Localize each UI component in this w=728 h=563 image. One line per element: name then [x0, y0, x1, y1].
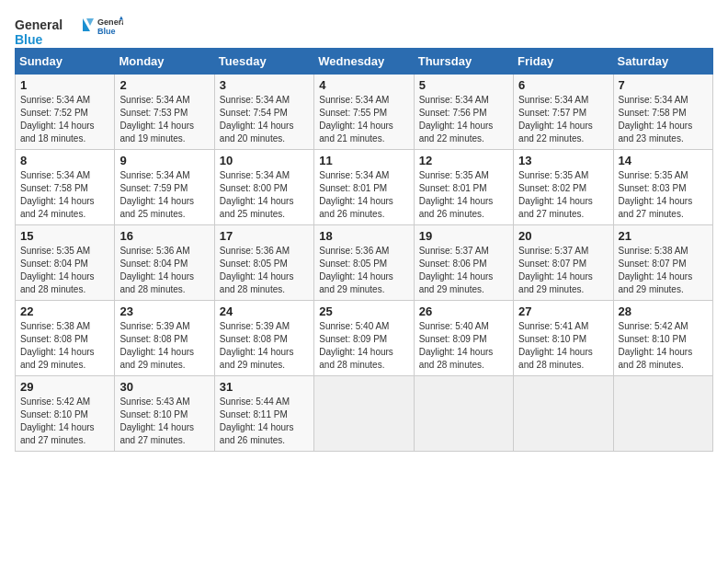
day-info: Sunrise: 5:40 AMSunset: 8:09 PMDaylight:…	[319, 320, 408, 372]
weekday-header-monday: Monday	[115, 49, 214, 75]
calendar-day-cell: 21 Sunrise: 5:38 AMSunset: 8:07 PMDaylig…	[613, 225, 712, 301]
page-header: General Blue	[97, 15, 713, 40]
day-info: Sunrise: 5:34 AMSunset: 7:52 PMDaylight:…	[20, 94, 109, 145]
day-number: 26	[419, 304, 508, 318]
day-info: Sunrise: 5:38 AMSunset: 8:08 PMDaylight:…	[20, 320, 109, 372]
calendar-week-row: 8 Sunrise: 5:34 AMSunset: 7:58 PMDayligh…	[16, 150, 713, 225]
day-info: Sunrise: 5:37 AMSunset: 8:06 PMDaylight:…	[419, 245, 508, 296]
calendar-day-cell: 13 Sunrise: 5:35 AMSunset: 8:02 PMDaylig…	[514, 150, 613, 225]
day-info: Sunrise: 5:34 AMSunset: 7:58 PMDaylight:…	[20, 169, 109, 221]
day-number: 24	[220, 304, 309, 318]
calendar-day-cell: 6 Sunrise: 5:34 AMSunset: 7:57 PMDayligh…	[514, 75, 613, 150]
calendar-day-cell: 15 Sunrise: 5:35 AMSunset: 8:04 PMDaylig…	[16, 225, 115, 301]
day-info: Sunrise: 5:38 AMSunset: 8:07 PMDaylight:…	[619, 245, 708, 296]
day-info: Sunrise: 5:37 AMSunset: 8:07 PMDaylight:…	[518, 245, 608, 296]
day-info: Sunrise: 5:39 AMSunset: 8:08 PMDaylight:…	[119, 320, 209, 372]
calendar-day-cell: 14 Sunrise: 5:35 AMSunset: 8:03 PMDaylig…	[613, 150, 712, 225]
day-number: 22	[20, 304, 109, 318]
day-number: 7	[619, 78, 708, 92]
day-info: Sunrise: 5:41 AMSunset: 8:10 PMDaylight:…	[518, 320, 608, 372]
day-number: 3	[220, 78, 309, 92]
calendar-day-cell: 29 Sunrise: 5:42 AMSunset: 8:10 PMDaylig…	[16, 376, 115, 452]
day-info: Sunrise: 5:35 AMSunset: 8:01 PMDaylight:…	[419, 169, 508, 221]
weekday-header-friday: Friday	[514, 49, 613, 75]
logo-container: General Blue	[15, 15, 97, 50]
day-info: Sunrise: 5:34 AMSunset: 7:59 PMDaylight:…	[119, 169, 209, 221]
svg-text:Blue: Blue	[15, 32, 43, 47]
day-number: 6	[518, 78, 608, 92]
day-info: Sunrise: 5:34 AMSunset: 7:58 PMDaylight:…	[619, 94, 708, 145]
day-number: 27	[518, 304, 608, 318]
day-info: Sunrise: 5:35 AMSunset: 8:03 PMDaylight:…	[619, 169, 708, 221]
day-number: 2	[119, 78, 209, 92]
calendar-table: SundayMondayTuesdayWednesdayThursdayFrid…	[15, 48, 713, 452]
svg-text:Blue: Blue	[97, 27, 116, 36]
calendar-week-row: 1 Sunrise: 5:34 AMSunset: 7:52 PMDayligh…	[16, 75, 713, 150]
day-info: Sunrise: 5:42 AMSunset: 8:10 PMDaylight:…	[619, 320, 708, 372]
calendar-day-cell: 3 Sunrise: 5:34 AMSunset: 7:54 PMDayligh…	[214, 75, 313, 150]
day-info: Sunrise: 5:43 AMSunset: 8:10 PMDaylight:…	[119, 396, 209, 447]
calendar-day-cell	[613, 376, 712, 452]
calendar-day-cell: 17 Sunrise: 5:36 AMSunset: 8:05 PMDaylig…	[214, 225, 313, 301]
day-number: 1	[20, 78, 109, 92]
svg-text:General: General	[97, 17, 123, 27]
day-number: 4	[319, 78, 408, 92]
calendar-day-cell: 27 Sunrise: 5:41 AMSunset: 8:10 PMDaylig…	[514, 301, 613, 376]
day-info: Sunrise: 5:36 AMSunset: 8:04 PMDaylight:…	[119, 245, 209, 296]
day-info: Sunrise: 5:35 AMSunset: 8:02 PMDaylight:…	[518, 169, 608, 221]
day-info: Sunrise: 5:34 AMSunset: 8:00 PMDaylight:…	[220, 169, 309, 221]
calendar-day-cell	[514, 376, 613, 452]
day-info: Sunrise: 5:36 AMSunset: 8:05 PMDaylight:…	[319, 245, 408, 296]
day-info: Sunrise: 5:42 AMSunset: 8:10 PMDaylight:…	[20, 396, 109, 447]
calendar-day-cell: 31 Sunrise: 5:44 AMSunset: 8:11 PMDaylig…	[214, 376, 313, 452]
day-info: Sunrise: 5:36 AMSunset: 8:05 PMDaylight:…	[220, 245, 309, 296]
calendar-day-cell: 22 Sunrise: 5:38 AMSunset: 8:08 PMDaylig…	[16, 301, 115, 376]
day-info: Sunrise: 5:35 AMSunset: 8:04 PMDaylight:…	[20, 245, 109, 296]
day-info: Sunrise: 5:39 AMSunset: 8:08 PMDaylight:…	[220, 320, 309, 372]
calendar-day-cell	[414, 376, 513, 452]
day-number: 30	[119, 380, 209, 394]
weekday-header-sunday: Sunday	[16, 49, 115, 75]
day-number: 11	[319, 154, 408, 167]
calendar-day-cell: 24 Sunrise: 5:39 AMSunset: 8:08 PMDaylig…	[214, 301, 313, 376]
day-number: 5	[419, 78, 508, 92]
calendar-day-cell: 28 Sunrise: 5:42 AMSunset: 8:10 PMDaylig…	[613, 301, 712, 376]
day-number: 14	[619, 154, 708, 167]
day-info: Sunrise: 5:34 AMSunset: 7:56 PMDaylight:…	[419, 94, 508, 145]
calendar-week-row: 15 Sunrise: 5:35 AMSunset: 8:04 PMDaylig…	[16, 225, 713, 301]
day-number: 16	[119, 229, 209, 243]
day-number: 25	[319, 304, 408, 318]
day-number: 18	[319, 229, 408, 243]
svg-marker-6	[86, 18, 94, 26]
day-number: 8	[20, 154, 109, 167]
calendar-day-cell: 19 Sunrise: 5:37 AMSunset: 8:06 PMDaylig…	[414, 225, 513, 301]
calendar-day-cell	[314, 376, 414, 452]
day-info: Sunrise: 5:34 AMSunset: 7:55 PMDaylight:…	[319, 94, 408, 145]
calendar-day-cell: 2 Sunrise: 5:34 AMSunset: 7:53 PMDayligh…	[115, 75, 214, 150]
day-number: 20	[518, 229, 608, 243]
calendar-day-cell: 26 Sunrise: 5:40 AMSunset: 8:09 PMDaylig…	[414, 301, 513, 376]
logo: General Blue	[97, 15, 123, 40]
logo-icon: General Blue	[97, 15, 123, 40]
weekday-header-saturday: Saturday	[613, 49, 712, 75]
calendar-day-cell: 1 Sunrise: 5:34 AMSunset: 7:52 PMDayligh…	[16, 75, 115, 150]
calendar-day-cell: 5 Sunrise: 5:34 AMSunset: 7:56 PMDayligh…	[414, 75, 513, 150]
logo-svg: General Blue	[15, 15, 97, 50]
calendar-day-cell: 12 Sunrise: 5:35 AMSunset: 8:01 PMDaylig…	[414, 150, 513, 225]
day-number: 13	[518, 154, 608, 167]
svg-text:General: General	[15, 17, 63, 32]
weekday-header-tuesday: Tuesday	[214, 49, 313, 75]
weekday-header-thursday: Thursday	[414, 49, 513, 75]
day-info: Sunrise: 5:34 AMSunset: 7:53 PMDaylight:…	[119, 94, 209, 145]
day-number: 15	[20, 229, 109, 243]
day-number: 29	[20, 380, 109, 394]
calendar-day-cell: 9 Sunrise: 5:34 AMSunset: 7:59 PMDayligh…	[115, 150, 214, 225]
calendar-day-cell: 16 Sunrise: 5:36 AMSunset: 8:04 PMDaylig…	[115, 225, 214, 301]
day-info: Sunrise: 5:40 AMSunset: 8:09 PMDaylight:…	[419, 320, 508, 372]
day-info: Sunrise: 5:34 AMSunset: 7:57 PMDaylight:…	[518, 94, 608, 145]
calendar-day-cell: 7 Sunrise: 5:34 AMSunset: 7:58 PMDayligh…	[613, 75, 712, 150]
day-number: 17	[220, 229, 309, 243]
day-number: 19	[419, 229, 508, 243]
day-number: 10	[220, 154, 309, 167]
calendar-day-cell: 8 Sunrise: 5:34 AMSunset: 7:58 PMDayligh…	[16, 150, 115, 225]
